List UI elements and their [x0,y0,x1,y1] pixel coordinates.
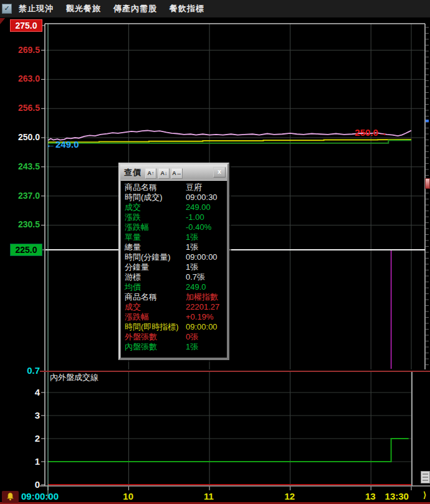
y-tick-label: 250.0 [0,132,40,142]
x-tick-label: 11 [204,491,214,502]
quote-row-value: 1張 [186,342,198,352]
last-price-marker: ←249.0 [46,139,79,150]
quote-row-value: 22201.27 [186,302,219,312]
quote-row-label: 總量 [125,242,141,252]
chevron-icon: ⟩ [423,490,426,500]
quote-row-value: 豆府 [186,183,202,193]
quote-row-label: 時間(即時指標) [125,322,179,332]
quote-row-label: 漲跌幅 [125,222,149,232]
quote-row: 分鐘量1張 [121,262,227,272]
quote-row-label: 漲跌幅 [125,312,149,322]
quote-row-value: 249.0 [186,282,206,292]
quote-row: 均價249.0 [121,282,227,292]
quote-rows: 商品名稱豆府時間(成交)09:00:30成交249.00漲跌-1.00漲跌幅-0… [120,180,227,358]
y-tick-label: 269.5 [0,45,40,55]
y-tick-label: 263.0 [0,74,40,83]
checkbox-icon[interactable]: ✓ [2,4,12,14]
quote-row-label: 外盤張數 [125,332,157,342]
quote-row-value: 1張 [186,232,198,242]
y-tick-label: 243.5 [0,161,40,171]
quote-row-value: +0.19% [186,312,213,322]
inner-lots-line [48,439,409,462]
menu-bar: ✓ 禁止現沖觀光餐旅傳產內需股餐飲指標 [0,0,430,18]
quote-row-label: 均價 [125,282,141,292]
quote-row-label: 漲跌 [125,212,141,222]
quote-row: 商品名稱加權指數 [121,292,227,302]
menu-item-2[interactable]: 傳產內需股 [110,3,166,14]
quote-row-value: 1張 [186,242,198,252]
y-tick-label: 237.0 [0,191,40,201]
quote-row: 游標0.7張 [121,272,227,282]
close-icon[interactable]: x [213,167,226,178]
lower-y-tick-label: 2 [0,433,40,444]
corner-marker-icon [0,17,6,24]
quote-row: 商品名稱豆府 [121,183,227,193]
quote-row-value: 0張 [186,332,198,342]
quote-row-label: 內盤張數 [125,342,157,352]
quote-row: 單量1張 [121,232,227,242]
cursor-value-label: 0.7 [0,365,40,376]
y-tick-limit-down: 225.0 [10,244,42,256]
menu-item-0[interactable]: 禁止現沖 [15,3,62,14]
lower-panel-title: 內外盤成交線 [50,372,98,383]
quote-row: 外盤張數0張 [121,332,227,342]
x-tick-label: 12 [284,491,295,502]
quote-row: 漲跌幅-0.40% [121,222,227,232]
x-tick-label: 10 [123,491,133,502]
quote-row-label: 游標 [125,272,141,282]
x-tick-label: 13 [365,491,376,502]
quote-row-label: 成交 [125,202,141,212]
quote-row-value: 09:00:00 [186,252,217,262]
quote-window[interactable]: 查價 A↑A↓A↔ x 商品名稱豆府時間(成交)09:00:30成交249.00… [118,163,229,360]
quote-row-label: 分鐘量 [125,262,149,272]
average-price-line [48,140,411,142]
trading-app-window: { "menu": { "checkbox_glyph": "✓", "item… [0,0,430,504]
font-decrease-icon[interactable]: A↓ [158,168,170,179]
quote-row-value: 09:00:00 [186,322,217,332]
quote-row-value: -1.00 [186,212,204,222]
quote-row-label: 時間(分鐘量) [125,252,171,262]
x-tick-label: 13:30 [385,491,409,502]
quote-row: 總量1張 [121,242,227,252]
quote-toolbar: A↑A↓A↔ [145,166,184,179]
quote-row: 內盤張數1張 [121,342,227,352]
lower-y-tick-label: 4 [0,387,40,397]
quote-row-value: 09:00:30 [186,193,217,202]
quote-window-title: 查價 [124,167,141,178]
quote-row-label: 商品名稱 [125,292,157,302]
scroll-marker-icon [426,120,429,122]
quote-window-titlebar[interactable]: 查價 A↑A↓A↔ x [120,164,227,180]
menu-item-1[interactable]: 觀光餐旅 [62,3,110,14]
quote-row-value: -0.40% [186,222,211,232]
quote-row-label: 時間(成交) [125,193,163,202]
y-tick-limit-up: 275.0 [10,19,42,32]
resize-grip[interactable] [421,471,430,483]
lower-y-tick-label: 1 [0,456,40,467]
quote-row: 時間(成交)09:00:30 [121,193,227,202]
quote-row: 時間(分鐘量)09:00:00 [121,252,227,262]
menu-items: 禁止現沖觀光餐旅傳產內需股餐飲指標 [15,3,213,14]
quote-row: 時間(即時指標)09:00:00 [121,322,227,332]
x-tick-label: 09:00:00 [21,491,59,502]
quote-row: 成交249.00 [121,202,227,212]
y-tick-label: 256.5 [0,103,40,113]
quote-row-value: 1張 [186,262,198,272]
quote-row: 成交22201.27 [121,302,227,312]
alert-bell-icon[interactable] [2,491,19,503]
quote-row-value: 0.7張 [186,272,205,282]
quote-row-label: 商品名稱 [125,183,157,193]
menu-item-3[interactable]: 餐飲指標 [166,3,213,14]
font-increase-icon[interactable]: A↑ [145,168,156,179]
quote-row: 漲跌幅+0.19% [121,312,227,322]
price-level-marker: 250.0→ [355,127,388,138]
quote-row-label: 單量 [125,232,141,242]
quote-row: 漲跌-1.00 [121,212,227,222]
scrollbar-thumb[interactable] [425,178,430,189]
font-fit-icon[interactable]: A↔ [171,168,183,179]
lower-y-tick-label: 0 [0,479,40,490]
y-tick-label: 230.5 [0,219,40,229]
lower-y-tick-label: 3 [0,410,40,421]
quote-row-value: 249.00 [186,202,211,212]
quote-row-label: 成交 [125,302,141,312]
quote-row-value: 加權指數 [186,292,218,302]
